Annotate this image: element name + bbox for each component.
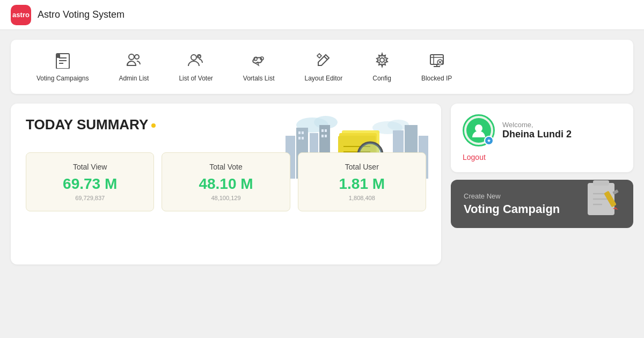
admin-list-icon: [125, 52, 142, 72]
user-card: ★ Welcome, Dheina Lundi 2 Logout: [451, 104, 633, 172]
stat-vote-value: 48.10 M: [173, 175, 279, 193]
blocked-ip-icon: [428, 52, 445, 72]
username-display: Dheina Lundi 2: [502, 129, 572, 140]
summary-title: TODAY SUMMARY: [26, 116, 426, 133]
svg-rect-4: [57, 54, 60, 58]
svg-point-6: [135, 55, 139, 59]
main-content: TODAY SUMMARY: [0, 104, 644, 264]
svg-rect-36: [298, 137, 301, 139]
config-icon: [374, 52, 391, 72]
svg-point-5: [129, 54, 134, 60]
stat-user-label: Total User: [309, 163, 415, 171]
svg-point-13: [318, 54, 321, 57]
stat-card-total-user: Total User 1.81 M 1,808,408: [298, 152, 426, 211]
layout-editor-icon: [315, 52, 332, 72]
stat-cards: Total View 69.73 M 69,729,837 Total Vote…: [26, 152, 426, 211]
stat-user-value: 1.81 M: [309, 175, 415, 193]
user-text: Welcome, Dheina Lundi 2: [502, 121, 572, 140]
nav-vortals-list-label: Vortals List: [243, 75, 275, 82]
stat-view-value: 69.73 M: [37, 175, 143, 193]
nav-layout-editor-label: Layout Editor: [305, 75, 343, 82]
stat-user-raw: 1,808,408: [309, 195, 415, 201]
stat-vote-label: Total Vote: [173, 163, 279, 171]
svg-line-12: [324, 56, 327, 60]
svg-point-14: [380, 58, 384, 62]
nav-config-label: Config: [372, 75, 391, 82]
stat-view-raw: 69,729,837: [37, 195, 143, 201]
campaign-illustration-icon: [580, 180, 628, 225]
nav-voting-campaigns-label: Voting Campaigns: [36, 75, 89, 82]
logout-button[interactable]: Logout: [463, 153, 621, 161]
stat-card-total-vote: Total Vote 48.10 M 48,100,129: [162, 152, 290, 211]
nav-vortals-list[interactable]: Vortals List: [233, 48, 284, 85]
nav-config[interactable]: Config: [363, 48, 401, 85]
avatar-wrap: ★: [463, 114, 495, 146]
nav-blocked-ip-label: Blocked IP: [421, 75, 452, 82]
list-of-voter-icon: [187, 52, 204, 72]
app-header: astro Astro Voting System: [0, 0, 644, 30]
nav-list-of-voter-label: List of Voter: [179, 75, 213, 82]
navigation-bar: Voting Campaigns Admin List List of Vote…: [11, 40, 633, 94]
nav-layout-editor[interactable]: Layout Editor: [295, 48, 353, 85]
nav-admin-list-label: Admin List: [119, 75, 149, 82]
avatar-badge: ★: [484, 136, 494, 145]
vortals-list-icon: [250, 52, 267, 72]
svg-rect-55: [593, 180, 609, 186]
nav-blocked-ip[interactable]: Blocked IP: [412, 48, 462, 85]
svg-rect-40: [321, 135, 324, 137]
nav-voting-campaigns[interactable]: Voting Campaigns: [27, 48, 98, 85]
stat-vote-raw: 48,100,129: [173, 195, 279, 201]
nav-admin-list[interactable]: Admin List: [109, 48, 158, 85]
app-title: Astro Voting System: [38, 9, 125, 20]
summary-panel: TODAY SUMMARY: [11, 104, 441, 264]
svg-point-7: [191, 55, 196, 60]
voting-campaigns-icon: [54, 52, 71, 72]
svg-rect-37: [302, 137, 304, 139]
stat-view-label: Total View: [37, 163, 143, 171]
stat-card-total-view: Total View 69.73 M 69,729,837: [26, 152, 154, 211]
person-icon: [471, 122, 487, 138]
create-campaign-card[interactable]: Create New Voting Campaign: [451, 180, 633, 228]
welcome-label: Welcome,: [502, 121, 572, 129]
app-logo: astro: [11, 5, 31, 25]
nav-list-of-voter[interactable]: List of Voter: [169, 48, 222, 85]
right-panel: ★ Welcome, Dheina Lundi 2 Logout Create …: [451, 104, 633, 264]
svg-rect-41: [325, 135, 327, 137]
svg-point-53: [475, 124, 482, 132]
star-icon: ★: [487, 138, 491, 143]
user-info: ★ Welcome, Dheina Lundi 2: [463, 114, 621, 146]
logo-text: astro: [12, 11, 30, 19]
